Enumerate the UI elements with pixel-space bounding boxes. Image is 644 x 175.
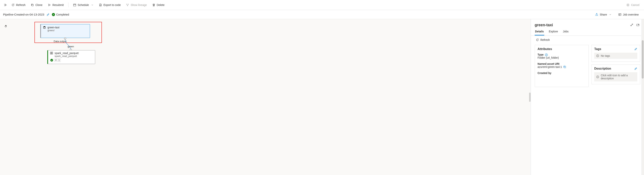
chevron-double-right-icon: [4, 4, 7, 7]
cancel-label: Cancel: [631, 4, 640, 7]
edge-label: green: [68, 45, 74, 48]
schedule-label: Schedule: [78, 4, 89, 7]
tab-explore[interactable]: Explore: [548, 28, 558, 36]
version-badge: V 1: [54, 59, 61, 62]
panel-refresh-label: Refresh: [540, 38, 550, 41]
edit-name-button[interactable]: [46, 13, 50, 16]
job-overview-label: Job overview: [623, 13, 639, 16]
details-panel: green-taxi Details Explore Jobs Refresh: [531, 19, 644, 175]
created-by-label: Created by: [538, 72, 551, 75]
tab-jobs[interactable]: Jobs: [562, 28, 569, 36]
svg-point-15: [44, 26, 46, 27]
resubmit-label: Resubmit: [52, 4, 64, 7]
refresh-button[interactable]: Refresh: [9, 2, 28, 8]
type-label: Type: [538, 53, 544, 56]
job-overview-button[interactable]: Job overview: [616, 12, 641, 17]
clone-label: Clone: [36, 4, 42, 7]
name-bar: Pipeline-Created-on-04-13-2023 Completed…: [0, 10, 644, 19]
scrollbar-thumb[interactable]: [642, 40, 644, 79]
tags-card: Tags No tags: [591, 45, 640, 62]
expand-panel-button[interactable]: [630, 23, 634, 27]
tags-heading: Tags: [594, 47, 601, 51]
export-button[interactable]: Export to code: [96, 2, 123, 8]
export-label: Export to code: [104, 4, 121, 7]
tags-empty-text: No tags: [601, 54, 610, 57]
attributes-heading: Attributes: [538, 47, 552, 51]
code-file-icon: [99, 4, 102, 7]
node-green-taxi[interactable]: green-taxi green/: [40, 24, 90, 38]
info-icon[interactable]: [545, 53, 548, 56]
status-label: Completed: [56, 13, 69, 16]
panel-tabs: Details Explore Jobs: [531, 28, 644, 36]
node-title: green-taxi: [48, 26, 59, 29]
tab-details[interactable]: Details: [535, 28, 544, 36]
attributes-card: Attributes Type Folder (uri_folder): [535, 45, 589, 87]
share-button[interactable]: Share: [593, 12, 614, 17]
description-placeholder: Click edit icon to add a description: [601, 74, 636, 80]
resubmit-button[interactable]: Resubmit: [46, 2, 66, 8]
play-icon: [48, 4, 51, 7]
svg-rect-12: [619, 14, 621, 16]
node-title: spark_read_parquet: [54, 52, 78, 55]
graph-canvas[interactable]: green-taxi green/ Data output green spar…: [0, 19, 531, 175]
node-subtitle: spark_read_parquet: [54, 55, 93, 58]
uri-label: Named asset URI: [538, 62, 559, 65]
node-spark-read-parquet[interactable]: spark_read_parquet spark_read_parquet V …: [47, 50, 95, 64]
info-icon: [596, 54, 599, 57]
lineage-icon: [126, 4, 129, 7]
dataset-icon: [43, 26, 46, 29]
share-label: Share: [600, 13, 607, 16]
edit-description-button[interactable]: [634, 67, 637, 70]
panel-scrollbar[interactable]: [641, 19, 644, 175]
version-v: V: [55, 59, 57, 62]
cancel-circle-icon: [626, 4, 630, 7]
pipeline-name: Pipeline-Created-on-04-13-2023: [3, 13, 44, 16]
chevron-down-icon: [91, 4, 94, 6]
node-subtitle: green/: [48, 29, 88, 32]
attr-type: Type Folder (uri_folder): [538, 53, 586, 59]
toolbar-separator: [68, 3, 68, 7]
type-value: Folder (uri_folder): [538, 56, 586, 59]
refresh-icon: [536, 38, 539, 41]
description-heading: Description: [594, 67, 611, 70]
check-circle-icon: [50, 59, 53, 62]
lineage-label: Show lineage: [130, 4, 147, 7]
svg-rect-18: [50, 53, 51, 54]
svg-marker-1: [49, 4, 50, 6]
info-icon: [596, 75, 599, 78]
delete-label: Delete: [157, 4, 164, 7]
popout-panel-button[interactable]: [636, 23, 640, 27]
pan-tool-button[interactable]: [4, 25, 8, 28]
expand-toolbar-button[interactable]: [2, 2, 8, 8]
edit-tags-button[interactable]: [634, 48, 637, 51]
job-status: Completed: [52, 13, 69, 16]
svg-rect-2: [74, 4, 76, 6]
refresh-label: Refresh: [16, 4, 26, 7]
svg-rect-16: [50, 52, 51, 53]
overview-icon: [618, 13, 622, 16]
main: green-taxi green/ Data output green spar…: [0, 19, 644, 175]
delete-button[interactable]: Delete: [150, 2, 167, 8]
copy-uri-button[interactable]: [563, 65, 566, 68]
svg-rect-24: [564, 66, 566, 68]
panel-refresh-button[interactable]: Refresh: [535, 38, 551, 42]
svg-rect-17: [52, 52, 53, 53]
svg-rect-0: [32, 5, 33, 6]
component-icon: [50, 52, 53, 55]
refresh-icon: [12, 4, 14, 7]
description-empty[interactable]: Click edit icon to add a description: [594, 72, 637, 81]
check-circle-icon: [52, 13, 55, 16]
attr-created-by: Created by: [538, 72, 586, 75]
version-num: 1: [58, 59, 60, 62]
node-output-port[interactable]: [64, 38, 66, 40]
toolbar: Refresh Clone Resubmit Schedule Export t…: [0, 0, 644, 10]
uri-value: azureml:green-taxi:1: [538, 65, 562, 68]
panel-resize-handle[interactable]: [529, 93, 531, 102]
share-icon: [595, 13, 598, 16]
tags-empty: No tags: [594, 53, 637, 59]
calendar-icon: [73, 4, 76, 7]
clone-button[interactable]: Clone: [28, 2, 45, 8]
clone-icon: [31, 4, 34, 7]
trash-icon: [152, 4, 155, 7]
schedule-button[interactable]: Schedule: [71, 2, 96, 8]
